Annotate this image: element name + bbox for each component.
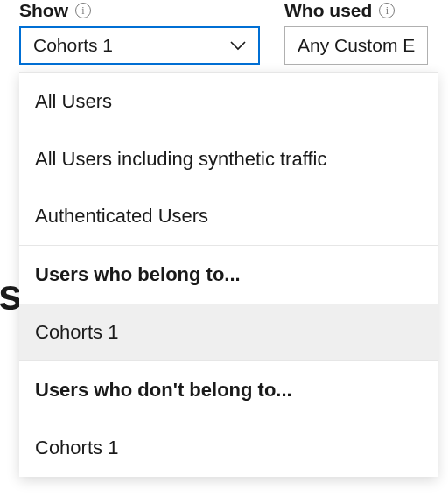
dropdown-option-all-users[interactable]: All Users xyxy=(19,73,438,130)
show-dropdown-value: Cohorts 1 xyxy=(33,35,113,56)
dropdown-group-belong: Users who belong to... xyxy=(19,245,438,304)
dropdown-option-authenticated[interactable]: Authenticated Users xyxy=(19,187,438,245)
show-dropdown[interactable]: Cohorts 1 xyxy=(19,26,260,65)
dropdown-option-cohorts-not-belong[interactable]: Cohorts 1 xyxy=(19,419,438,477)
who-used-label: Who used xyxy=(284,0,372,21)
show-field: Show i Cohorts 1 xyxy=(19,0,260,65)
show-dropdown-menu: All Users All Users including synthetic … xyxy=(19,72,438,477)
show-label: Show xyxy=(19,0,68,21)
who-used-field: Who used i Any Custom E xyxy=(284,0,428,65)
info-icon[interactable]: i xyxy=(75,3,91,18)
info-icon[interactable]: i xyxy=(379,3,395,18)
who-used-dropdown-value: Any Custom E xyxy=(298,35,415,56)
chevron-down-icon xyxy=(230,40,246,51)
dropdown-group-not-belong: Users who don't belong to... xyxy=(19,360,438,419)
dropdown-option-synthetic[interactable]: All Users including synthetic traffic xyxy=(19,130,438,188)
dropdown-option-cohorts-belong[interactable]: Cohorts 1 xyxy=(19,304,438,361)
who-used-dropdown[interactable]: Any Custom E xyxy=(284,26,428,65)
